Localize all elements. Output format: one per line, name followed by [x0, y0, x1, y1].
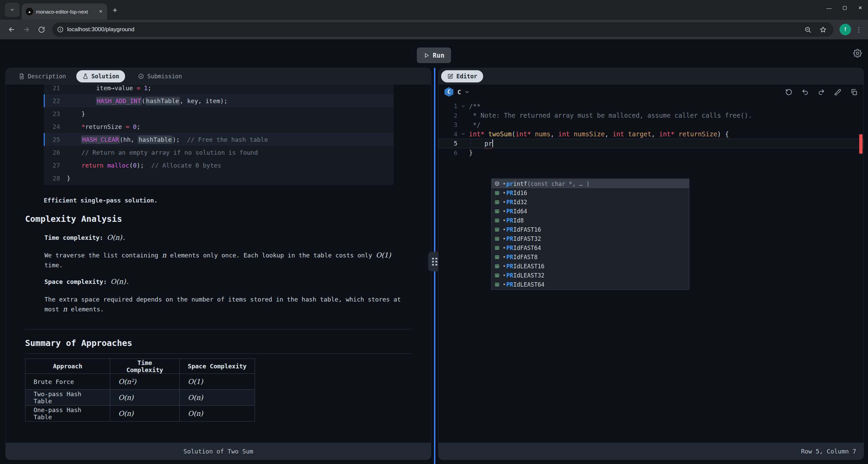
- autocomplete-popup: •printf(const char *, … )•PRId16•PRId32•…: [491, 178, 689, 290]
- code-editor[interactable]: 1/**2 * Note: The returned array must be…: [438, 99, 864, 443]
- fold-chevron-icon[interactable]: [457, 104, 469, 109]
- settings-button[interactable]: [853, 49, 862, 58]
- reload-icon: [38, 26, 45, 33]
- table-header: Space Complexity: [180, 359, 255, 374]
- tab-submission[interactable]: Submission: [138, 73, 182, 80]
- back-arrow-icon: [8, 26, 15, 33]
- bookmark-star-button[interactable]: [820, 26, 827, 33]
- address-bar[interactable]: localhost:3000/playground: [52, 22, 833, 37]
- tab-solution[interactable]: Solution: [76, 70, 125, 82]
- table-cell: O(n): [110, 406, 180, 422]
- summary-table: ApproachTime ComplexitySpace ComplexityB…: [25, 359, 255, 422]
- summary-heading: Summary of Approaches: [25, 338, 412, 354]
- constant-kind-icon: [494, 217, 500, 224]
- reload-button[interactable]: [35, 23, 47, 36]
- editor-tab-label: Editor: [456, 73, 477, 80]
- constant-kind-icon: [494, 190, 500, 196]
- page-info-button[interactable]: [57, 26, 64, 33]
- redo-button[interactable]: [818, 89, 825, 96]
- indent-guide: [470, 139, 471, 157]
- editor-line[interactable]: 2 * Note: The returned array must be mal…: [438, 111, 864, 120]
- time-complexity-line: Time complexity: O(n).: [44, 233, 412, 243]
- editor-toolbar: C C: [438, 84, 864, 99]
- autocomplete-item[interactable]: •PRId32: [492, 197, 689, 207]
- solution-code-block: 21 item→value = 1;22 HASH_ADD_INT(hashTa…: [44, 84, 394, 185]
- forward-arrow-icon: [23, 26, 30, 33]
- table-cell: O(1): [180, 374, 255, 390]
- editor-panel: Editor C C: [438, 68, 864, 460]
- autocomplete-item[interactable]: •PRIdLEAST64: [492, 280, 689, 289]
- grip-dots-icon: [432, 258, 437, 266]
- autocomplete-item[interactable]: •PRIdLEAST16: [492, 262, 689, 271]
- editor-line[interactable]: 3 */: [438, 120, 864, 130]
- time-complexity-math: O(n): [107, 233, 122, 241]
- chevron-down-icon: [465, 90, 470, 95]
- autocomplete-item[interactable]: •PRIdFAST32: [492, 234, 689, 243]
- editor-panel-header: Editor: [438, 68, 864, 84]
- new-tab-button[interactable]: +: [113, 5, 117, 15]
- tab-description[interactable]: Description: [19, 73, 66, 80]
- copy-icon: [850, 89, 857, 96]
- table-row: Two-pass Hash TableO(n)O(n): [25, 390, 255, 406]
- table-header: Approach: [25, 359, 110, 374]
- solution-note: Efficient single-pass solution.: [44, 197, 412, 204]
- editor-statusbar: Row 5, Column 7: [438, 443, 864, 460]
- code-line: 25 HASH_CLEAR(hh, hashTable); // Free th…: [44, 133, 394, 146]
- chevron-down-icon: [10, 7, 15, 12]
- browser-menu-button[interactable]: ⋮: [854, 26, 864, 34]
- browser-tab[interactable]: ▲ monaco-editor-lsp-next ×: [22, 3, 107, 20]
- autocomplete-item[interactable]: •PRIdLEAST32: [492, 271, 689, 280]
- table-row: One-pass Hash TableO(n)O(n): [25, 406, 255, 422]
- autocomplete-item[interactable]: •PRIdFAST16: [492, 225, 689, 234]
- autocomplete-item[interactable]: •PRId8: [492, 216, 689, 225]
- play-icon: [423, 53, 429, 58]
- copy-button[interactable]: [850, 89, 857, 96]
- editor-line[interactable]: 6}: [438, 148, 864, 158]
- table-header: Time Complexity: [110, 359, 180, 374]
- code-line: 28}: [44, 172, 394, 185]
- tab-description-label: Description: [28, 73, 66, 80]
- error-marker: [859, 134, 863, 154]
- edit-pencil-icon: [447, 73, 453, 79]
- constant-kind-icon: [494, 245, 500, 251]
- table-cell: O(n²): [110, 374, 180, 390]
- autocomplete-item[interactable]: •printf(const char *, … ): [492, 179, 689, 188]
- url-text[interactable]: localhost:3000/playground: [67, 26, 800, 33]
- autocomplete-item[interactable]: •PRIdFAST64: [492, 243, 689, 252]
- tab-strip: ▲ monaco-editor-lsp-next × + — ×: [0, 0, 868, 20]
- constant-kind-icon: [494, 263, 500, 269]
- maximize-button[interactable]: [837, 0, 852, 16]
- autocomplete-item[interactable]: •PRIdFAST8: [492, 252, 689, 262]
- table-cell: One-pass Hash Table: [25, 406, 110, 422]
- code-line: 24 *returnSize = 0;: [44, 120, 394, 133]
- editor-line[interactable]: 4int* twoSum(int* nums, int numsSize, in…: [438, 130, 864, 139]
- tab-close-button[interactable]: ×: [98, 8, 104, 15]
- profile-avatar-button[interactable]: f: [840, 24, 851, 35]
- zoom-indicator-button[interactable]: [804, 26, 811, 33]
- text-cursor: [492, 139, 493, 147]
- run-button[interactable]: Run: [417, 47, 451, 63]
- back-button[interactable]: [5, 23, 18, 36]
- constant-kind-icon: [494, 272, 500, 278]
- constant-kind-icon: [494, 254, 500, 260]
- editor-line[interactable]: 1/**: [438, 101, 864, 111]
- section-divider: [25, 329, 412, 329]
- redo-icon: [818, 89, 825, 96]
- forward-button[interactable]: [20, 23, 33, 36]
- editor-tab[interactable]: Editor: [441, 70, 483, 82]
- language-selector[interactable]: [465, 90, 470, 95]
- format-button[interactable]: [834, 89, 841, 96]
- editor-line[interactable]: 5 pr: [438, 139, 864, 148]
- undo-button[interactable]: [802, 89, 809, 96]
- autocomplete-item[interactable]: •PRId64: [492, 207, 689, 216]
- minimize-button[interactable]: —: [821, 0, 837, 16]
- tab-search-button[interactable]: [5, 3, 20, 17]
- autocomplete-item[interactable]: •PRId16: [492, 188, 689, 197]
- code-line: 23 }: [44, 107, 394, 120]
- close-button[interactable]: ×: [852, 0, 868, 16]
- constant-kind-icon: [494, 199, 500, 205]
- problem-panel: Description Solution Submission 21 item→…: [5, 68, 431, 460]
- constant-kind-icon: [494, 227, 500, 233]
- fold-chevron-icon[interactable]: [457, 132, 469, 136]
- reset-button[interactable]: [785, 89, 792, 96]
